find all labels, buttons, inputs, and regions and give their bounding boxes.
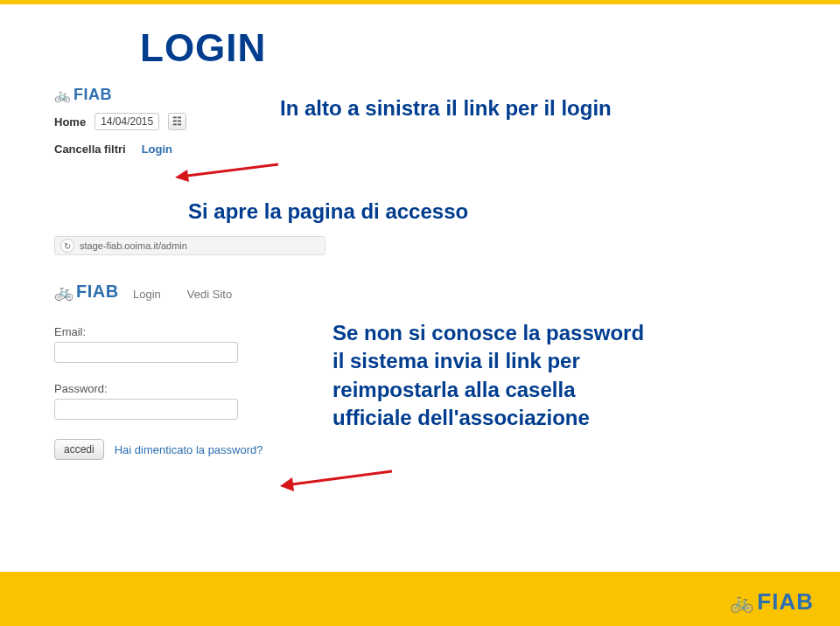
home-link[interactable]: Home [54, 115, 86, 129]
url-text: stage-fiab.ooima.it/admin [80, 240, 187, 251]
tab-login[interactable]: Login [133, 288, 161, 301]
email-label: Email: [54, 325, 326, 338]
caption-line-1: Se non si conosce la password [332, 319, 644, 347]
forgot-password-link[interactable]: Hai dimenticato la password? [115, 443, 263, 456]
slide-bottom-bar [0, 572, 840, 626]
svg-marker-1 [175, 170, 189, 182]
caption-forgot-password-help: Se non si conosce la password il sistema… [332, 319, 644, 433]
cancel-filters-link[interactable]: Cancella filtri [54, 143, 126, 156]
caption-line-3: reimpostarla alla casella [332, 376, 644, 404]
tab-view-site[interactable]: Vedi Sito [187, 288, 232, 301]
bike-icon: 🚲 [730, 591, 753, 614]
login-link[interactable]: Login [142, 143, 172, 156]
password-label: Password: [54, 382, 326, 395]
caption-access-page-opens: Si apre la pagina di accesso [188, 199, 468, 224]
date-input[interactable]: 14/04/2015 [94, 113, 159, 130]
reload-icon[interactable]: ↻ [60, 239, 74, 253]
caption-line-4: ufficiale dell'associazione [332, 404, 644, 432]
submit-button[interactable]: accedi [54, 439, 104, 460]
caption-line-2: il sistema invia il link per [332, 347, 644, 375]
calendar-icon[interactable]: ☷ [168, 113, 186, 130]
svg-line-0 [180, 164, 278, 177]
svg-line-2 [285, 471, 392, 485]
screenshot-home-strip: 🚲 FIAB Home 14/04/2015 ☷ Cancella filtri… [54, 86, 270, 156]
slide-top-accent [0, 0, 840, 4]
pointer-arrow-to-login-link [175, 161, 280, 187]
fiab-logo-small: 🚲 FIAB [54, 86, 270, 104]
pointer-arrow-to-forgot-password [280, 468, 394, 494]
caption-login-link-location: In alto a sinistra il link per il login [280, 96, 612, 121]
page-title: LOGIN [140, 26, 266, 70]
password-field[interactable] [54, 399, 238, 420]
fiab-logo-text: FIAB [76, 282, 119, 302]
browser-url-bar: ↻ stage-fiab.ooima.it/admin [54, 236, 326, 255]
fiab-footer-logo: 🚲 FIAB [730, 588, 814, 616]
screenshot-login-form: ↻ stage-fiab.ooima.it/admin 🚲 FIAB Login… [54, 236, 326, 460]
bike-icon: 🚲 [54, 87, 70, 103]
bike-icon: 🚲 [54, 282, 73, 302]
fiab-logo-text: FIAB [74, 86, 112, 104]
email-field[interactable] [54, 342, 238, 363]
fiab-logo-text: FIAB [757, 588, 814, 616]
svg-marker-3 [280, 477, 294, 491]
